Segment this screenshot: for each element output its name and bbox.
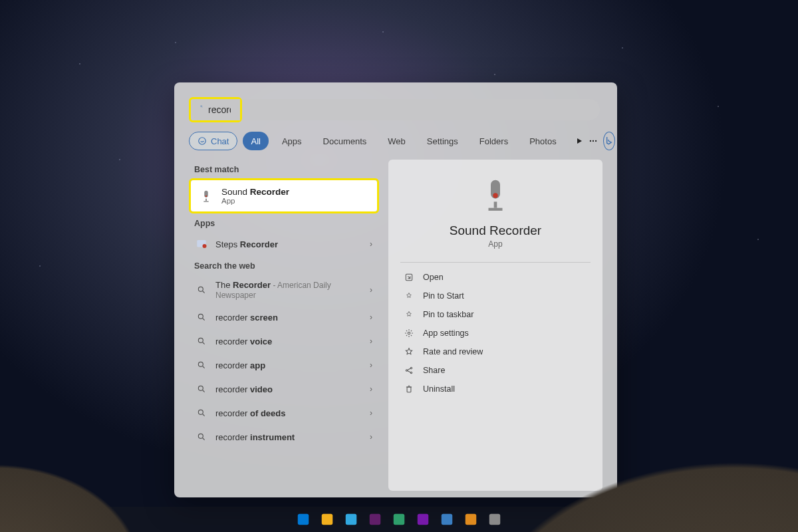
svg-rect-38 (346, 514, 357, 525)
web-result[interactable]: The Recorder - American Daily Newspaper› (189, 275, 379, 305)
play-icon[interactable] (575, 132, 583, 150)
search-icon (196, 407, 207, 419)
start-search-panel: Chat All Apps Documents Web Settings Fol… (174, 82, 617, 497)
filter-tab-photos[interactable]: Photos (521, 132, 564, 150)
search-icon (196, 383, 207, 395)
taskbar-teams[interactable] (391, 511, 407, 527)
best-match-item[interactable]: Sound Recorder App (191, 180, 377, 211)
filter-tab-settings[interactable]: Settings (419, 132, 466, 150)
svg-point-11 (203, 244, 207, 248)
svg-line-19 (203, 366, 205, 368)
search-icon (196, 335, 207, 347)
search-icon (196, 284, 207, 296)
taskbar-notepad[interactable] (439, 511, 455, 527)
svg-point-2 (199, 138, 206, 145)
svg-line-17 (203, 342, 205, 344)
microphone-icon (199, 189, 213, 203)
web-result[interactable]: recorder app› (189, 353, 379, 377)
taskbar (0, 507, 798, 532)
svg-line-13 (203, 291, 205, 293)
action-share[interactable]: Share (400, 361, 591, 380)
svg-point-27 (493, 193, 497, 198)
pin-icon (404, 310, 414, 319)
filter-tab-web[interactable]: Web (380, 132, 414, 150)
action-uninstall[interactable]: Uninstall (400, 380, 591, 398)
search-icon (200, 105, 203, 114)
svg-rect-9 (203, 201, 208, 201)
svg-point-5 (595, 140, 597, 142)
search-box[interactable] (191, 99, 240, 120)
svg-rect-39 (370, 514, 381, 525)
action-open[interactable]: Open (400, 268, 591, 287)
more-icon[interactable] (589, 132, 598, 150)
results-column: Best match Sound Recorder App Apps (189, 160, 379, 491)
web-result[interactable]: recorder video› (189, 377, 379, 401)
action-pin-to-start[interactable]: Pin to Start (400, 287, 591, 305)
taskbar-onenote[interactable] (415, 511, 431, 527)
svg-rect-36 (298, 514, 309, 525)
taskbar-sound-recorder[interactable] (487, 511, 503, 527)
action-rate-and-review[interactable]: Rate and review (400, 342, 591, 361)
steps-recorder-icon (196, 238, 207, 250)
search-icon (196, 359, 207, 371)
svg-point-7 (205, 195, 207, 196)
web-result[interactable]: recorder voice› (189, 329, 379, 353)
svg-point-14 (198, 314, 203, 319)
svg-point-0 (201, 106, 202, 107)
bing-icon[interactable] (603, 132, 615, 150)
search-input[interactable] (208, 104, 231, 115)
svg-point-22 (198, 410, 203, 414)
web-result[interactable]: recorder screen› (189, 305, 379, 329)
action-list: OpenPin to StartPin to taskbarApp settin… (400, 268, 591, 398)
star-icon (404, 347, 414, 356)
svg-point-24 (198, 434, 203, 438)
chat-pill[interactable]: Chat (189, 132, 237, 150)
chevron-right-icon: › (370, 239, 372, 249)
open-icon (404, 273, 414, 282)
svg-point-4 (592, 140, 593, 142)
svg-rect-35 (407, 387, 411, 392)
microphone-icon (477, 177, 514, 214)
filter-tab-apps[interactable]: Apps (274, 132, 310, 150)
chevron-right-icon: › (370, 285, 372, 295)
svg-point-31 (408, 332, 410, 334)
taskbar-edge[interactable] (343, 511, 359, 527)
svg-point-32 (406, 370, 407, 371)
share-icon (404, 366, 414, 375)
svg-point-18 (198, 362, 203, 366)
svg-rect-29 (489, 208, 503, 211)
taskbar-slack[interactable] (367, 511, 383, 527)
chevron-right-icon: › (370, 384, 372, 394)
pin-icon (404, 291, 414, 301)
svg-line-21 (203, 390, 205, 392)
search-icon (196, 431, 207, 443)
svg-rect-40 (394, 514, 405, 525)
filter-tab-documents[interactable]: Documents (315, 132, 375, 150)
filter-tab-folders[interactable]: Folders (471, 132, 516, 150)
taskbar-start[interactable] (295, 511, 311, 527)
svg-line-23 (203, 414, 205, 416)
svg-point-33 (410, 367, 412, 368)
search-icon (196, 311, 207, 323)
svg-point-12 (198, 287, 203, 291)
svg-rect-43 (466, 514, 477, 525)
svg-rect-41 (418, 514, 429, 525)
divider (400, 262, 591, 263)
filter-tab-all[interactable]: All (243, 132, 268, 150)
app-result-steps-recorder[interactable]: Steps Recorder › (189, 232, 379, 256)
action-app-settings[interactable]: App settings (400, 324, 591, 342)
chevron-right-icon: › (370, 408, 372, 418)
svg-point-16 (198, 338, 203, 342)
action-pin-to-taskbar[interactable]: Pin to taskbar (400, 305, 591, 324)
apps-label: Apps (189, 213, 379, 232)
preview-title: Sound Recorder (450, 223, 541, 238)
taskbar-snip[interactable] (463, 511, 479, 527)
web-result[interactable]: recorder of deeds› (189, 401, 379, 425)
web-result[interactable]: recorder instrument› (189, 425, 379, 449)
svg-rect-8 (205, 198, 207, 201)
chevron-right-icon: › (370, 360, 372, 370)
preview-pane: Sound Recorder App OpenPin to StartPin t… (388, 160, 602, 491)
web-label: Search the web (189, 256, 379, 275)
search-box-remainder[interactable] (241, 99, 600, 120)
taskbar-file-explorer[interactable] (319, 511, 335, 527)
